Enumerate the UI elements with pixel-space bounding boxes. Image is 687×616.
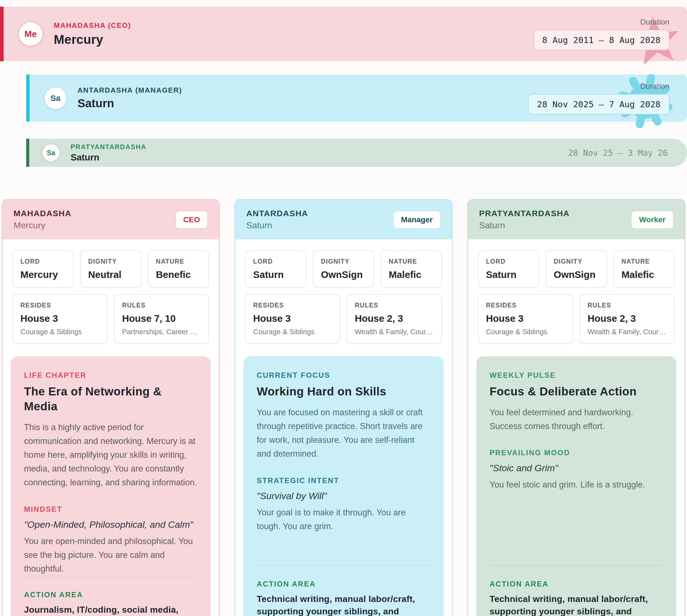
section-body: You feel determined and hardworking. Suc… <box>490 405 663 433</box>
avatar-mercury: Me <box>18 21 43 47</box>
weekly-pulse-panel: WEEKLY PULSE Focus & Deliberate Action Y… <box>477 356 676 616</box>
section-quote: "Open-Minded, Philosophical, and Calm" <box>24 519 197 530</box>
mahadasha-banner-label: MAHADASHA (CEO) <box>54 21 131 30</box>
dasha-dashboard: Me MAHADASHA (CEO) Mercury Duration 8 Au… <box>0 7 687 616</box>
nature-chip: NATURE Malefic <box>613 250 674 288</box>
divider <box>257 565 430 566</box>
section-body: Your goal is to make it through. You are… <box>257 506 430 533</box>
dignity-chip: DIGNITY Neutral <box>80 250 141 288</box>
rules-chip: RULES House 2, 3 Wealth & Family, Courag… <box>347 294 442 344</box>
house-row: RESIDES House 3 Courage & Siblings RULES… <box>235 288 451 344</box>
section-label: WEEKLY PULSE <box>490 371 663 380</box>
divider <box>490 565 663 566</box>
attribute-row: LORD Saturn DIGNITY OwnSign NATURE Malef… <box>468 239 685 288</box>
action-area-label: ACTION AREA <box>257 580 430 589</box>
avatar-saturn: Sa <box>44 87 67 110</box>
resides-chip: RESIDES House 3 Courage & Siblings <box>245 294 340 344</box>
mahadasha-card: MAHADASHA Mercury CEO LORD Mercury DIGNI… <box>2 199 220 616</box>
mahadasha-duration-value: 8 Aug 2011 — 8 Aug 2028 <box>533 30 669 50</box>
dignity-chip: DIGNITY OwnSign <box>546 250 607 288</box>
action-area-title: Technical writing, manual labor/craft, s… <box>257 593 430 616</box>
duration-label: Duration <box>640 18 669 26</box>
duration-label: Duration <box>640 82 669 91</box>
card-level-label: MAHADASHA <box>14 209 71 218</box>
section-quote: "Survival by Will" <box>257 490 430 501</box>
lord-chip: LORD Saturn <box>245 250 306 288</box>
avatar-initials: Me <box>24 29 37 39</box>
action-area-label: ACTION AREA <box>490 580 663 589</box>
rules-chip: RULES House 7, 10 Partnerships, Career &… <box>114 294 209 344</box>
dignity-chip: DIGNITY OwnSign <box>313 250 374 288</box>
house-row: RESIDES House 3 Courage & Siblings RULES… <box>2 288 219 344</box>
section-label: MINDSET <box>24 505 197 514</box>
section-quote: "Stoic and Grim" <box>490 463 663 474</box>
section-label: STRATEGIC INTENT <box>257 477 430 485</box>
pratyantardasha-banner-label: PRATYANTARDASHA <box>71 143 147 151</box>
house-row: RESIDES House 3 Courage & Siblings RULES… <box>468 288 685 344</box>
section-label: LIFE CHAPTER <box>24 371 197 380</box>
pratyantardasha-card: PRATYANTARDASHA Saturn Worker LORD Satur… <box>467 199 685 616</box>
nature-chip: NATURE Benefic <box>148 250 209 288</box>
card-planet: Mercury <box>14 220 71 230</box>
antardasha-banner-planet: Saturn <box>77 97 182 110</box>
avatar-initials: Sa <box>47 149 56 157</box>
nature-chip: NATURE Malefic <box>381 250 442 288</box>
card-header: PRATYANTARDASHA Saturn Worker <box>468 200 685 239</box>
action-area-label: ACTION AREA <box>24 591 197 599</box>
section-body: You are open-minded and philosophical. Y… <box>24 534 197 576</box>
antardasha-banner-row[interactable]: Sa ANTARDASHA (MANAGER) Saturn <box>26 74 687 122</box>
resides-chip: RESIDES House 3 Courage & Siblings <box>13 294 108 344</box>
section-body: You are focused on mastering a skill or … <box>257 405 430 461</box>
lord-chip: LORD Mercury <box>13 250 74 288</box>
lord-chip: LORD Saturn <box>478 250 539 288</box>
antardasha-banner-label: ANTARDASHA (MANAGER) <box>77 86 182 94</box>
section-body: This is a highly active period for commu… <box>24 420 197 490</box>
mahadasha-banner-planet: Mercury <box>54 32 131 47</box>
current-focus-panel: CURRENT FOCUS Working Hard on Skills You… <box>243 356 443 616</box>
antardasha-card: ANTARDASHA Saturn Manager LORD Saturn DI… <box>234 199 452 616</box>
section-title: Working Hard on Skills <box>257 384 430 399</box>
avatar-saturn: Sa <box>42 144 60 162</box>
attribute-row: LORD Saturn DIGNITY OwnSign NATURE Malef… <box>235 239 451 288</box>
banner-text: PRATYANTARDASHA Saturn <box>71 143 147 163</box>
avatar-initials: Sa <box>50 93 61 103</box>
section-title: Focus & Deliberate Action <box>490 384 663 399</box>
section-label: PREVAILING MOOD <box>490 448 663 457</box>
attribute-row: LORD Mercury DIGNITY Neutral NATURE Bene… <box>2 239 219 288</box>
divider <box>24 576 197 576</box>
pratyantardasha-duration-value: 28 Nov 25 — 3 May 26 <box>568 148 668 158</box>
duration-block: Duration 8 Aug 2011 — 8 Aug 2028 <box>533 7 669 61</box>
antardasha-duration-value: 28 Nov 2025 — 7 Aug 2028 <box>528 94 669 114</box>
banner-text: ANTARDASHA (MANAGER) Saturn <box>77 86 182 110</box>
pratyantardasha-banner-planet: Saturn <box>71 152 147 163</box>
mahadasha-banner-row[interactable]: Me MAHADASHA (CEO) Mercury Duration 8 Au… <box>0 7 687 61</box>
rules-chip: RULES House 2, 3 Wealth & Family, Courag… <box>579 294 674 344</box>
card-header: ANTARDASHA Saturn Manager <box>235 200 451 239</box>
ceo-badge: CEO <box>175 211 208 229</box>
card-planet: Saturn <box>246 220 308 230</box>
manager-badge: Manager <box>393 211 441 229</box>
action-area-title: Journalism, IT/coding, social media, hob… <box>24 603 197 616</box>
card-level-label: PRATYANTARDASHA <box>479 209 570 218</box>
dasha-cards: MAHADASHA Mercury CEO LORD Mercury DIGNI… <box>0 199 687 616</box>
card-level-label: ANTARDASHA <box>246 209 308 218</box>
resides-chip: RESIDES House 3 Courage & Siblings <box>478 294 573 344</box>
life-chapter-panel: LIFE CHAPTER The Era of Networking & Med… <box>11 356 210 616</box>
card-header: MAHADASHA Mercury CEO <box>2 200 219 239</box>
worker-badge: Worker <box>631 211 673 229</box>
banner-text: MAHADASHA (CEO) Mercury <box>54 21 131 47</box>
pratyantardasha-banner-row[interactable]: Sa PRATYANTARDASHA Saturn 28 Nov 25 — 3 … <box>26 139 687 167</box>
section-label: CURRENT FOCUS <box>257 371 430 380</box>
action-area-title: Technical writing, manual labor/craft, s… <box>490 593 663 616</box>
section-title: The Era of Networking & Media <box>24 384 197 414</box>
card-planet: Saturn <box>479 220 570 230</box>
duration-block: Duration 28 Nov 2025 — 7 Aug 2028 <box>528 74 669 122</box>
section-body: You feel stoic and grim. Life is a strug… <box>490 478 663 492</box>
